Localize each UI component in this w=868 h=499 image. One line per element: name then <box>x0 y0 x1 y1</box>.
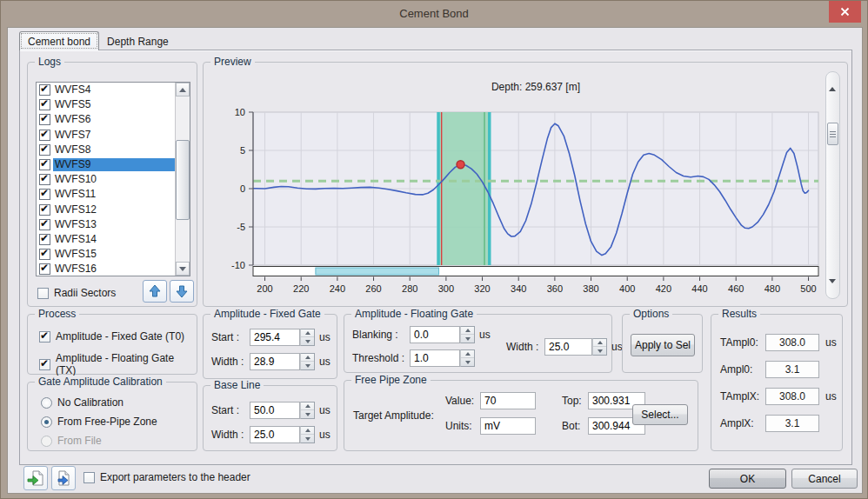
radio-label: From File <box>57 435 102 447</box>
options-group: Options Apply to Sel <box>622 314 703 373</box>
triangle-down-icon <box>179 267 186 271</box>
process-group-label: Process <box>35 308 79 320</box>
fixed-gate-group: Amplitude - Fixed Gate Start : us Width … <box>203 314 337 379</box>
threshold-input[interactable] <box>410 349 460 367</box>
base-line-width-spinner[interactable] <box>300 426 315 443</box>
log-item-wvfs4[interactable]: WVFS4 <box>37 83 190 97</box>
checkbox-icon[interactable] <box>39 174 50 185</box>
radio-from-file[interactable]: From File <box>41 435 102 447</box>
export-parameters-checkbox[interactable]: Export parameters to the header <box>83 471 250 483</box>
checkbox-icon[interactable] <box>39 263 50 275</box>
base-line-start-spinner[interactable] <box>300 402 315 419</box>
checkbox-icon[interactable] <box>39 159 50 170</box>
floating-width-spinner[interactable] <box>592 338 607 356</box>
floating-gate-checkbox[interactable]: Amplitude - Floating Gate (TX) <box>39 352 197 376</box>
base-line-start-input[interactable] <box>250 402 300 419</box>
tab-cement-bond[interactable]: Cement bond <box>19 31 99 50</box>
checkbox-icon[interactable] <box>39 219 50 230</box>
free-pipe-zone-group-label: Free Pipe Zone <box>351 374 431 386</box>
log-item-wvfs13[interactable]: WVFS13 <box>37 217 190 232</box>
floating-width-input[interactable] <box>544 338 592 356</box>
log-item-wvfs16[interactable]: WVFS16 <box>37 262 190 276</box>
fixed-gate-checkbox[interactable]: Amplitude - Fixed Gate (T0) <box>39 330 184 343</box>
floating-gate-group-label: Amplitude - Floating Gate <box>351 308 477 320</box>
svg-text:440: 440 <box>691 283 707 294</box>
results-group: Results TAmpl0:308.0usAmpl0:3.1TAmplX:30… <box>711 314 843 451</box>
log-item-wvfs5[interactable]: WVFS5 <box>37 97 190 112</box>
ok-button[interactable]: OK <box>709 469 786 489</box>
slider-up-icon[interactable] <box>829 75 836 87</box>
fixed-gate-start-spinner[interactable] <box>300 329 315 346</box>
fixed-gate-width-spinner[interactable] <box>300 353 315 370</box>
checkbox-icon[interactable] <box>39 84 50 96</box>
preview-slider[interactable] <box>825 71 840 299</box>
svg-text:-5: -5 <box>237 222 245 232</box>
log-item-wvfs14[interactable]: WVFS14 <box>37 232 190 247</box>
checkbox-icon[interactable] <box>39 144 50 156</box>
base-line-group: Base Line Start : us Width : us <box>203 385 337 451</box>
log-item-wvfs7[interactable]: WVFS7 <box>37 128 190 143</box>
log-item-wvfs9[interactable]: WVFS9 <box>37 157 190 172</box>
scroll-thumb[interactable] <box>176 140 190 220</box>
radii-sectors-label: Radii Sectors <box>54 287 116 299</box>
log-item-wvfs8[interactable]: WVFS8 <box>37 143 190 157</box>
apply-to-sel-button[interactable]: Apply to Sel <box>631 334 695 356</box>
move-down-button[interactable] <box>170 280 194 303</box>
log-item-wvfs11[interactable]: WVFS11 <box>37 187 190 202</box>
checkbox-icon[interactable] <box>39 189 50 200</box>
checkbox-icon[interactable] <box>39 249 50 260</box>
title-bar[interactable]: Cement Bond <box>1 1 867 27</box>
start-label: Start : <box>211 331 250 343</box>
log-item-wvfs10[interactable]: WVFS10 <box>37 172 190 187</box>
log-item-label: WVFS10 <box>53 173 190 186</box>
select-button[interactable]: Select... <box>632 404 688 425</box>
save-parameters-button[interactable] <box>51 466 76 490</box>
scroll-down-button[interactable] <box>176 262 190 276</box>
log-item-wvfs6[interactable]: WVFS6 <box>37 112 190 127</box>
result-row: TAmplX:308.0us <box>720 388 842 405</box>
unit-label: us <box>319 404 331 416</box>
blanking-input[interactable] <box>410 326 460 343</box>
svg-text:5: 5 <box>240 145 245 156</box>
logs-listbox[interactable]: WVFS4WVFS5WVFS6WVFS7WVFS8WVFS9WVFS10WVFS… <box>36 82 190 276</box>
page-green-arrow-icon <box>26 469 45 488</box>
waveform-chart[interactable]: 1050-5-102002202402602803003203403603804… <box>204 63 849 308</box>
slider-down-icon[interactable] <box>829 283 836 296</box>
log-item-wvfs15[interactable]: WVFS15 <box>37 247 190 262</box>
logs-group-label: Logs <box>35 56 64 68</box>
checkbox-icon[interactable] <box>39 114 50 125</box>
checkbox-icon[interactable] <box>39 130 50 141</box>
target-value-input[interactable] <box>480 392 536 409</box>
fixed-gate-width-input[interactable] <box>250 353 300 370</box>
radii-sectors-checkbox[interactable]: Radii Sectors <box>37 287 116 299</box>
calibration-group: Gate Amplitude Calibration No Calibratio… <box>27 382 197 451</box>
radio-free-pipe-zone[interactable]: From Free-Pipe Zone <box>41 416 157 428</box>
unit-label: us <box>611 341 623 353</box>
checkbox-icon[interactable] <box>39 204 50 216</box>
scroll-up-button[interactable] <box>176 83 190 96</box>
svg-text:0: 0 <box>240 183 245 194</box>
cancel-button[interactable]: Cancel <box>791 469 858 489</box>
log-item-label: WVFS16 <box>53 263 190 276</box>
preview-slider-thumb[interactable] <box>827 123 838 145</box>
close-button[interactable] <box>829 1 861 23</box>
target-units-input[interactable] <box>480 417 536 435</box>
tab-depth-range[interactable]: Depth Range <box>99 32 177 50</box>
load-parameters-button[interactable] <box>23 466 48 490</box>
logs-scrollbar[interactable] <box>175 83 190 276</box>
unit-label: us <box>319 356 331 368</box>
fixed-gate-start-input[interactable] <box>250 329 300 346</box>
checkbox-icon[interactable] <box>39 234 50 245</box>
threshold-label: Threshold : <box>352 352 410 364</box>
start-label: Start : <box>211 404 250 416</box>
move-up-button[interactable] <box>143 280 167 303</box>
checkbox-icon[interactable] <box>39 99 50 110</box>
result-unit: us <box>825 390 837 403</box>
log-item-wvfs12[interactable]: WVFS12 <box>37 203 190 217</box>
threshold-spinner[interactable] <box>460 349 475 367</box>
blanking-spinner[interactable] <box>460 326 475 343</box>
base-line-width-input[interactable] <box>250 426 300 443</box>
radio-no-calibration[interactable]: No Calibration <box>41 396 124 409</box>
result-label: TAmplX: <box>720 390 765 403</box>
result-value: 3.1 <box>765 415 819 432</box>
